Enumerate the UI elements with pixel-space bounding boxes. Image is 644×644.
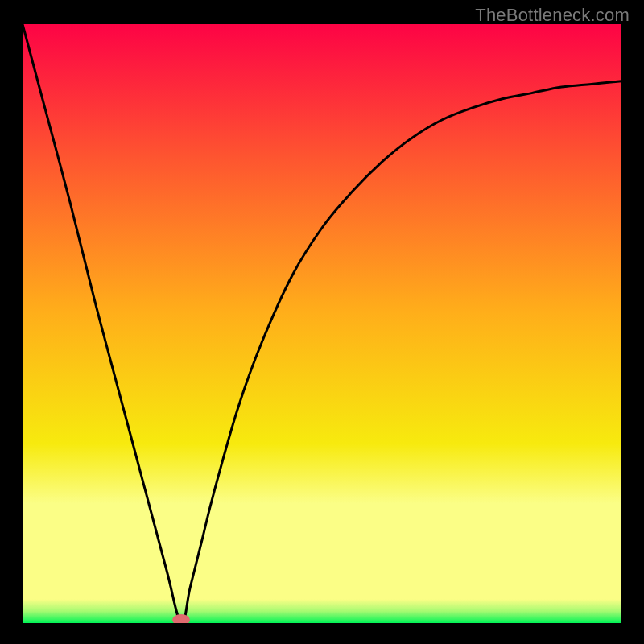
chart-line-path xyxy=(23,24,621,623)
chart-inner xyxy=(23,24,621,623)
chart-minimum-marker xyxy=(172,614,190,623)
chart-svg xyxy=(23,24,621,623)
chart-stage: TheBottleneck.com xyxy=(0,0,644,644)
attribution-text: TheBottleneck.com xyxy=(475,5,630,26)
